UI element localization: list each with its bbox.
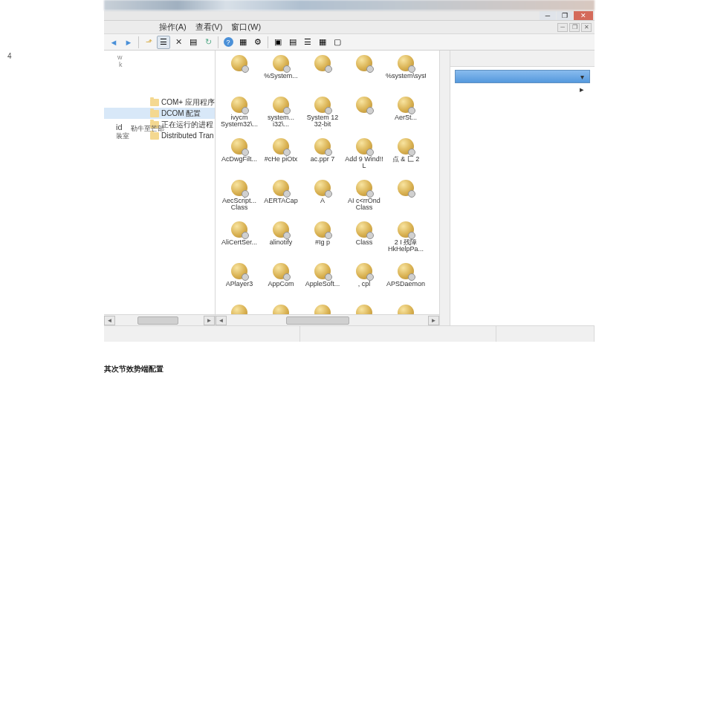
properties-button[interactable]: ▤	[187, 36, 200, 49]
dcom-item[interactable]: Class	[343, 220, 385, 260]
dcom-item[interactable]	[343, 95, 385, 135]
content-vscroll[interactable]	[439, 51, 450, 325]
page-hint-1: 勒牛至芒部	[131, 124, 164, 134]
com-component-icon	[353, 95, 375, 114]
com-component-icon	[228, 53, 250, 73]
dcom-item[interactable]: #Ig p	[302, 220, 343, 260]
dcom-item[interactable]: #cHe piOtx	[260, 137, 302, 177]
dcom-item[interactable]: AecScript... Class	[218, 178, 260, 218]
delete-button[interactable]: ✕	[172, 36, 185, 49]
dcom-item[interactable]: Add 9 Wind!! L	[343, 137, 385, 177]
dcom-item-label: AerSt...	[395, 114, 417, 121]
dcom-item[interactable]	[218, 53, 260, 94]
dcom-item[interactable]: AppleSoft...	[302, 261, 343, 302]
child-close-button[interactable]: ✕	[581, 23, 592, 32]
refresh-icon: ↻	[205, 37, 212, 47]
chevron-down-icon: ▾	[580, 73, 584, 81]
dcom-item[interactable]: APlayer3	[218, 261, 260, 302]
refresh-button[interactable]: ↻	[201, 36, 215, 49]
close-button[interactable]: ✕	[574, 11, 593, 20]
back-button[interactable]: ◄	[107, 36, 120, 49]
dcom-item[interactable]: AppCom	[260, 261, 302, 302]
dcom-item[interactable]: APSDaemon	[385, 261, 427, 302]
com-component-icon	[353, 178, 375, 198]
list-view-button[interactable]: ☰	[301, 36, 314, 49]
dcom-item-label: AcDwgFilt...	[221, 156, 257, 163]
small-icons-icon: ▤	[289, 37, 297, 47]
detail-icon: ▦	[319, 37, 326, 47]
tree-icon: ☰	[160, 37, 167, 47]
com-component-icon	[228, 220, 250, 239]
large-icons-button[interactable]: ▣	[271, 36, 285, 49]
dcom-item[interactable]: AliCertSer...	[218, 220, 260, 260]
dcom-item-label: system... i32\...	[261, 114, 301, 129]
dcom-item[interactable]: 点 & 匚 2	[385, 137, 427, 177]
tree-pane: w k COM+ 应用程序 DCOM 配置 正在运行的进程	[104, 51, 216, 325]
dcom-item[interactable]: ac.ppr 7	[302, 137, 343, 177]
dcom-item[interactable]: ivycm System32\...	[218, 95, 260, 135]
com-component-icon	[395, 137, 417, 156]
dcom-item[interactable]: A	[302, 178, 343, 218]
com-component-icon	[228, 95, 250, 114]
dcom-item[interactable]: System 12 32-bit Preview ...	[302, 95, 343, 135]
scroll-right-button[interactable]: ►	[204, 316, 215, 325]
restore-button[interactable]: ❐	[557, 11, 573, 20]
forward-button[interactable]: ►	[122, 36, 135, 49]
tree-label: 正在运行的进程	[161, 120, 213, 130]
dcom-item[interactable]: %System...	[260, 53, 302, 94]
dcom-item-label: alinotify	[270, 239, 293, 246]
scroll-right-button[interactable]: ►	[428, 316, 439, 325]
help-button[interactable]: ?	[221, 36, 235, 49]
dcom-item[interactable]	[385, 178, 427, 218]
com-component-icon	[311, 220, 334, 239]
minimize-button[interactable]: ─	[540, 11, 556, 20]
com-component-icon	[353, 137, 375, 156]
detail-view-button[interactable]: ▦	[316, 36, 329, 49]
dcom-item[interactable]: , cpl	[343, 261, 385, 302]
extra-icon: ▢	[334, 37, 341, 47]
tree-hscroll[interactable]: ◄ ►	[104, 314, 215, 325]
content-hscroll[interactable]: ◄ ►	[216, 314, 439, 325]
dcom-item[interactable]: alinotify	[260, 220, 302, 260]
menu-view[interactable]: 查看(V)	[191, 21, 227, 33]
show-tree-button[interactable]: ☰	[157, 36, 170, 49]
scroll-left-button[interactable]: ◄	[104, 316, 115, 325]
dcom-item[interactable]	[343, 53, 385, 94]
menu-bar: 操作(A) 查看(V) 窗口(W) ─ ❐ ✕	[104, 21, 595, 34]
extra-button[interactable]: ▢	[331, 36, 344, 49]
dcom-item[interactable]	[302, 53, 343, 94]
child-restore-button[interactable]: ❐	[569, 23, 580, 32]
up-button[interactable]: ⬏	[142, 36, 155, 49]
dcom-item[interactable]: 2 I 残障 HkHelpPa...	[385, 220, 427, 260]
dcom-item[interactable]: system... i32\...	[260, 95, 302, 135]
dcom-item[interactable]: AcDwgFilt...	[218, 137, 260, 177]
arrow-right-icon: ►	[125, 38, 133, 47]
content-pane: %System...%system\system32\...ivycm Syst…	[216, 51, 450, 325]
tree-item-dcom-config[interactable]: DCOM 配置	[104, 108, 215, 119]
com-component-icon	[270, 178, 292, 198]
com-component-icon	[353, 220, 375, 239]
footer-caption: 其次节效势端配置	[104, 364, 706, 374]
action-pane-more[interactable]: ▸	[455, 85, 590, 95]
dcom-item[interactable]: AI c<rrOnd Class	[343, 178, 385, 218]
dcom-item[interactable]: %system\system32\...	[385, 53, 427, 94]
list-icon: ☰	[304, 37, 311, 47]
dcom-item-label: 2 I 残障 HkHelpPa...	[386, 239, 426, 253]
dcom-item-label: #Ig p	[315, 239, 330, 246]
action-button[interactable]: ⚙	[251, 36, 265, 49]
dcom-item-label: %system\system32\...	[386, 73, 426, 79]
dcom-item[interactable]: AerSt...	[385, 95, 427, 135]
com-component-icon	[395, 178, 417, 198]
export-icon: ▦	[239, 37, 247, 47]
child-minimize-button[interactable]: ─	[557, 23, 568, 32]
page-margin-number: 4	[7, 52, 12, 60]
export-button[interactable]: ▦	[236, 36, 250, 49]
dcom-item[interactable]: AERTACap	[260, 178, 302, 218]
tree-item-com-apps[interactable]: COM+ 应用程序	[104, 97, 215, 108]
menu-window[interactable]: 窗口(W)	[227, 21, 265, 33]
scroll-left-button[interactable]: ◄	[216, 316, 227, 325]
menu-action[interactable]: 操作(A)	[155, 21, 191, 33]
small-icons-button[interactable]: ▤	[286, 36, 299, 49]
action-pane-selected-row[interactable]: ▾	[455, 70, 590, 83]
com-component-icon	[353, 53, 375, 73]
